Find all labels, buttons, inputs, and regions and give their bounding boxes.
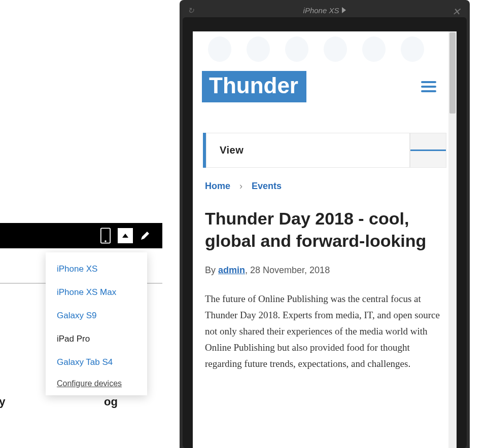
- author-link[interactable]: admin: [218, 265, 245, 275]
- article-byline: By admin, 28 November, 2018: [193, 252, 457, 276]
- close-icon[interactable]: ✕: [452, 6, 461, 18]
- droplet-icon: [324, 36, 347, 62]
- device-label: iPhone XS: [303, 6, 339, 15]
- hamburger-icon: [421, 86, 436, 88]
- droplet-icon: [401, 36, 424, 62]
- phone-icon: [100, 227, 111, 244]
- tab-view[interactable]: View: [206, 133, 410, 168]
- bg-text-right: og: [104, 395, 118, 408]
- breadcrumb: Home › Events: [193, 168, 457, 192]
- device-selector-panel: My og iPhone XS iPhone XS Max Galaxy S9 …: [0, 223, 167, 284]
- breadcrumb-home[interactable]: Home: [205, 181, 230, 192]
- edit-button[interactable]: [133, 223, 157, 248]
- chevron-right-icon: ›: [239, 181, 242, 192]
- droplet-icon: [247, 36, 270, 62]
- device-topbar: ↻ iPhone XS ✕: [183, 3, 467, 17]
- device-preview-frame: ↻ iPhone XS ✕ Thunder: [180, 0, 470, 448]
- local-tabs-bar: View: [203, 133, 446, 168]
- caret-up-icon: [122, 234, 128, 238]
- hamburger-icon: [421, 81, 436, 83]
- device-option-iphone-xs-max[interactable]: iPhone XS Max: [46, 281, 147, 304]
- pencil-icon: [140, 231, 150, 241]
- hamburger-icon: [421, 90, 436, 92]
- device-option-iphone-xs[interactable]: iPhone XS: [46, 257, 147, 281]
- page-title: Thunder Day 2018 - cool, global and forw…: [193, 192, 457, 252]
- droplet-icon: [362, 36, 386, 62]
- hamburger-icon: [434, 150, 446, 151]
- bg-text-left: My: [0, 395, 6, 408]
- breadcrumb-events[interactable]: Events: [252, 181, 282, 192]
- site-logo[interactable]: Thunder: [202, 71, 306, 102]
- hamburger-icon: [422, 150, 434, 151]
- scrollbar-track[interactable]: [448, 31, 457, 448]
- toolbar-dropdown-toggle[interactable]: [118, 228, 133, 243]
- header-droplet-decoration: [193, 31, 457, 62]
- site-header: Thunder: [193, 62, 457, 118]
- admin-toolbar: [0, 223, 162, 248]
- main-menu-toggle[interactable]: [421, 79, 436, 95]
- device-preview-button[interactable]: [93, 223, 118, 248]
- article-body: The future of Online Publishing was the …: [193, 276, 457, 372]
- device-option-galaxy-s9[interactable]: Galaxy S9: [46, 304, 147, 327]
- droplet-icon: [208, 36, 231, 62]
- preview-viewport[interactable]: Thunder View Home › Events: [193, 31, 457, 448]
- article-date: , 28 November, 2018: [245, 265, 330, 275]
- device-option-galaxy-tab-s4[interactable]: Galaxy Tab S4: [46, 351, 147, 374]
- scrollbar-thumb[interactable]: [449, 32, 456, 114]
- device-bezel: Thunder View Home › Events: [183, 17, 467, 448]
- configure-devices-link[interactable]: Configure devices: [46, 374, 147, 388]
- by-label: By: [205, 265, 218, 275]
- tab-menu-toggle[interactable]: [410, 133, 446, 168]
- droplet-icon: [285, 36, 308, 62]
- svg-point-1: [105, 240, 107, 242]
- device-option-ipad-pro[interactable]: iPad Pro: [46, 327, 147, 351]
- rotate-icon[interactable]: ↻: [188, 6, 194, 15]
- play-icon[interactable]: [342, 7, 346, 13]
- hamburger-icon: [410, 150, 422, 151]
- device-dropdown: iPhone XS iPhone XS Max Galaxy S9 iPad P…: [46, 252, 147, 395]
